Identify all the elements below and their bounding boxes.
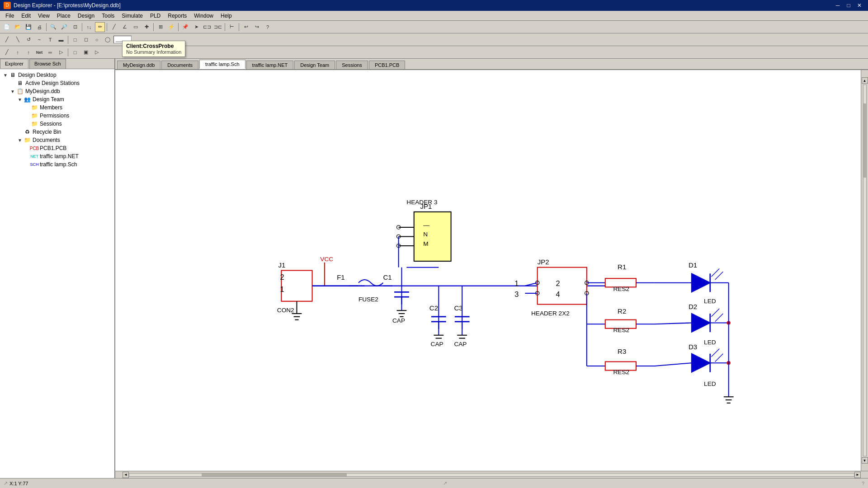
menu-help[interactable]: Help — [217, 12, 236, 20]
btn-zoom-out[interactable]: 🔎 — [59, 22, 69, 32]
btn-rect[interactable]: ▭ — [131, 22, 141, 32]
menu-file[interactable]: File — [2, 12, 18, 20]
btn-r3[interactable]: ↑ — [24, 47, 33, 57]
btn-r8[interactable]: ▣ — [81, 47, 91, 57]
expand-desktop[interactable]: ▼ — [2, 73, 9, 78]
minimize-button[interactable]: ─ — [833, 1, 843, 9]
btn-t5[interactable]: T — [45, 35, 55, 45]
svg-marker-84 — [692, 273, 710, 292]
menu-view[interactable]: View — [34, 12, 53, 20]
app-icon: D — [4, 2, 11, 9]
btn-r7[interactable]: □ — [70, 47, 80, 57]
menu-design[interactable]: Design — [74, 12, 98, 20]
tree-sessions-team[interactable]: 📁 Sessions — [0, 120, 114, 128]
btn-t1[interactable]: ╱ — [2, 35, 12, 45]
tree-permissions[interactable]: 📁 Permissions — [0, 112, 114, 120]
h-scroll-thumb[interactable] — [202, 474, 347, 476]
tab-design-team[interactable]: Design Team — [294, 61, 335, 69]
btn-undo[interactable]: ↩ — [241, 22, 251, 32]
btn-r9[interactable]: ▷ — [92, 47, 102, 57]
btn-t9[interactable]: ○ — [92, 35, 102, 45]
tab-explorer[interactable]: Explorer — [0, 59, 28, 69]
btn-r6[interactable]: ▷ — [56, 47, 66, 57]
tree-members[interactable]: 📁 Members — [0, 103, 114, 112]
btn-t3[interactable]: ↺ — [24, 35, 33, 45]
expand-team[interactable]: ▼ — [16, 97, 24, 102]
maximize-button[interactable]: □ — [844, 1, 854, 9]
btn-r1[interactable]: ╱ — [2, 47, 12, 57]
btn-pencil[interactable]: ✏ — [95, 22, 105, 32]
v-scroll-track[interactable] — [863, 84, 867, 456]
tree-traffic-sch[interactable]: SCH traffic lamp.Sch — [0, 160, 114, 169]
btn-up[interactable]: ↑↓ — [84, 22, 94, 32]
tree-pcb1[interactable]: PCB PCB1.PCB — [0, 144, 114, 152]
v-scroll-up[interactable]: ▲ — [862, 77, 868, 84]
btn-r5[interactable]: ═ — [45, 47, 55, 57]
v-scroll-down[interactable]: ▼ — [862, 457, 868, 464]
btn-component[interactable]: ⊞ — [156, 22, 165, 32]
tree-mydesign[interactable]: ▼ 📋 MyDesign.ddb — [0, 87, 114, 95]
tree-recycle-bin[interactable]: ♻ Recycle Bin — [0, 128, 114, 136]
btn-redo[interactable]: ↪ — [252, 22, 262, 32]
tooltip: Client:CrossProbe No Summary Information — [122, 41, 185, 57]
btn-help[interactable]: ? — [263, 22, 273, 32]
tree-traffic-net[interactable]: NET traffic lamp.NET — [0, 152, 114, 160]
btn-angle[interactable]: ∠ — [120, 22, 130, 32]
menu-reports[interactable]: Reports — [164, 12, 190, 20]
svg-text:CON2: CON2 — [277, 307, 294, 314]
btn-t10[interactable]: ◯ — [103, 35, 113, 45]
tree-active-stations[interactable]: 🖥 Active Design Stations — [0, 79, 114, 87]
svg-marker-101 — [692, 354, 710, 372]
btn-zoom-in[interactable]: 🔍 — [48, 22, 58, 32]
btn-arrow[interactable]: ➤ — [191, 22, 201, 32]
tab-traffic-sch[interactable]: traffic lamp.Sch — [199, 60, 245, 69]
menu-tools[interactable]: Tools — [98, 12, 118, 20]
btn-cross[interactable]: ✚ — [142, 22, 151, 32]
btn-pin[interactable]: 📌 — [180, 22, 190, 32]
tree-documents[interactable]: ▼ 📁 Documents — [0, 136, 114, 144]
schematic-canvas[interactable]: JP1 HEADER 3 — N M — [115, 70, 861, 471]
expand-docs[interactable]: ▼ — [16, 138, 24, 143]
tab-traffic-net[interactable]: traffic lamp.NET — [246, 61, 294, 69]
tab-browse-sch[interactable]: Browse Sch — [29, 59, 66, 69]
btn-netport[interactable]: ⊏⊐ — [202, 22, 212, 32]
h-scroll-right[interactable]: ► — [854, 472, 861, 478]
svg-line-106 — [711, 349, 719, 357]
btn-t8[interactable]: ◻ — [81, 35, 91, 45]
h-scroll-left[interactable]: ◄ — [123, 472, 129, 478]
btn-zoom-fit[interactable]: ⊡ — [70, 22, 80, 32]
btn-netport2[interactable]: ⊐⊏ — [213, 22, 223, 32]
btn-t6[interactable]: ▬ — [56, 35, 66, 45]
menu-simulate[interactable]: Simulate — [118, 12, 146, 20]
menu-edit[interactable]: Edit — [18, 12, 34, 20]
tab-sessions[interactable]: Sessions — [336, 61, 368, 69]
menu-window[interactable]: Window — [190, 12, 217, 20]
btn-save[interactable]: 💾 — [24, 22, 33, 32]
svg-text:FUSE2: FUSE2 — [359, 296, 378, 303]
tree-design-team[interactable]: ▼ 👥 Design Team — [0, 95, 114, 103]
expand-mydesign[interactable]: ▼ — [9, 89, 16, 94]
btn-print[interactable]: 🖨 — [34, 22, 44, 32]
design-team-label: Design Team — [33, 96, 64, 103]
btn-align-l[interactable]: ⊢ — [227, 22, 237, 32]
btn-new[interactable]: 📄 — [2, 22, 12, 32]
tab-documents[interactable]: Documents — [161, 61, 198, 69]
btn-t2[interactable]: ╲ — [13, 35, 23, 45]
close-button[interactable]: ✕ — [854, 1, 864, 9]
btn-t4[interactable]: ~ — [34, 35, 44, 45]
btn-power[interactable]: ⚡ — [166, 22, 176, 32]
tab-pcb1[interactable]: PCB1.PCB — [369, 61, 405, 69]
svg-text:R3: R3 — [618, 347, 626, 355]
menu-pld[interactable]: PLD — [146, 12, 164, 20]
menu-place[interactable]: Place — [53, 12, 74, 20]
btn-t7[interactable]: □ — [70, 35, 80, 45]
svg-text:D3: D3 — [689, 343, 697, 351]
tree-design-desktop[interactable]: ▼ 🖥 Design Desktop — [0, 71, 114, 79]
h-scroll-track[interactable] — [129, 473, 854, 477]
tab-mydesign[interactable]: MyDesign.ddb — [117, 61, 160, 69]
btn-net[interactable]: Net — [34, 47, 44, 57]
btn-wire[interactable]: ╱ — [109, 22, 119, 32]
btn-open[interactable]: 📂 — [13, 22, 23, 32]
v-scroll-thumb[interactable] — [863, 103, 866, 178]
btn-r2[interactable]: ↑ — [13, 47, 23, 57]
